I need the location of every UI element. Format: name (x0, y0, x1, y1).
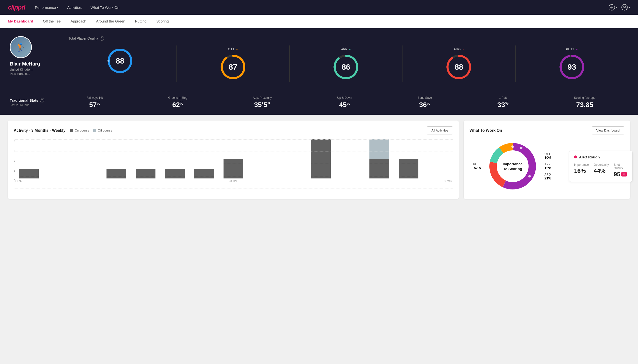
svg-point-10 (221, 66, 223, 68)
arg-arrow-icon: ↗ (462, 48, 464, 51)
chevron-down-icon: ▾ (616, 6, 617, 9)
bar-chart: 4 3 2 1 0 (14, 139, 453, 193)
bar-dark-7 (224, 159, 243, 178)
svg-point-25 (528, 175, 531, 178)
arg-card-title: ARG Rough (574, 155, 627, 159)
bar-dark-5 (165, 169, 185, 178)
work-on-title: What To Work On (470, 128, 502, 133)
arg-value: 88 (455, 62, 464, 72)
bar-group-10 (307, 139, 335, 178)
arg-metrics: Importance 16% Opportunity 44% Shot Qual… (574, 163, 627, 178)
stat-sand-save: Sand Save 36% (417, 96, 432, 109)
help-icon[interactable]: ? (100, 36, 104, 40)
sub-nav: My Dashboard Off the Tee Approach Around… (0, 15, 638, 28)
work-on-card-header: What To Work On View Dashboard (470, 126, 624, 134)
svg-point-13 (333, 66, 335, 68)
work-on-card: What To Work On View Dashboard PUTT 57% (464, 120, 630, 199)
legend-on-course: On course (70, 128, 89, 132)
ott-label: OTT ↗ (228, 48, 238, 51)
bar-group-5 (161, 139, 189, 178)
activity-card-header: Activity - 3 Months - Weekly On course O… (14, 126, 453, 134)
bar-group-3 (102, 139, 130, 178)
scores-section: Total Player Quality ? 88 (69, 36, 628, 82)
trad-stats-label: Traditional Stats ? Last 20 rounds (10, 98, 54, 107)
player-info: 🏌️ Blair McHarg United Kingdom Plus Hand… (10, 36, 59, 76)
traditional-stats: Traditional Stats ? Last 20 rounds Fairw… (0, 90, 638, 115)
app-value: 86 (341, 62, 350, 72)
nav-links: Performance ▾ Activities What To Work On (35, 6, 119, 10)
all-activities-button[interactable]: All Activities (427, 126, 453, 134)
bar-group-6 (190, 139, 218, 178)
tab-putting[interactable]: Putting (130, 15, 151, 28)
bar-group-4 (131, 139, 160, 178)
bar-group-7 (219, 139, 247, 178)
circle-putt: 93 (558, 54, 585, 80)
score-card-app: APP ↗ 86 (290, 46, 402, 82)
bar-group-13 (394, 139, 422, 178)
tab-my-dashboard[interactable]: My Dashboard (8, 15, 38, 28)
scores-title: Total Player Quality ? (69, 36, 628, 40)
on-course-dot (70, 129, 73, 132)
bar-group-1 (44, 139, 72, 178)
user-menu-button[interactable]: ▾ (621, 4, 630, 10)
tab-scoring[interactable]: Scoring (151, 15, 173, 28)
arg-label-right: ARG 21% (544, 173, 564, 180)
svg-point-24 (511, 146, 514, 148)
top-nav: clippd Performance ▾ Activities What To … (0, 0, 638, 15)
stat-up-down: Up & Down 45% (337, 96, 352, 109)
circle-arg: 88 (445, 54, 472, 80)
bar-dark-4 (136, 169, 156, 178)
activity-card: Activity - 3 Months - Weekly On course O… (8, 120, 459, 199)
donut-center-text: Importance To Scoring (503, 162, 523, 171)
x-label-28mar: 28 Mar (229, 180, 237, 182)
avatar-image: 🏌️ (11, 37, 31, 58)
svg-point-26 (520, 147, 522, 149)
gridline-2 (14, 164, 453, 164)
bar-dark-3 (106, 169, 126, 178)
stat-fairways-hit: Fairways Hit 57% (87, 96, 103, 109)
bar-group-8 (249, 139, 277, 178)
donut-chart: Importance To Scoring (486, 139, 540, 193)
player-handicap: Plus Handicap (10, 72, 30, 76)
nav-activities[interactable]: Activities (67, 6, 82, 10)
legend-off-course: Off course (93, 128, 112, 132)
chart-legend: On course Off course (70, 128, 112, 132)
trad-stats-sublabel: Last 20 rounds (10, 104, 54, 107)
nav-left: clippd Performance ▾ Activities What To … (8, 4, 119, 11)
putt-label-left: PUTT 57% (473, 162, 481, 170)
chart-bars-area: 7 Feb 28 Mar 9 May (14, 139, 453, 188)
gridline-0 (14, 188, 453, 188)
stat-scoring-average: Scoring Average 73.85 (574, 96, 595, 109)
bar-dark-13 (399, 159, 419, 178)
tab-off-the-tee[interactable]: Off the Tee (38, 15, 66, 28)
shot-quality-down-badge: ▼ (621, 172, 627, 176)
app-logo: clippd (8, 4, 25, 11)
ott-value: 87 (229, 62, 238, 72)
donut-labels-right: OTT 10% APP 12% ARG 21% (544, 152, 564, 180)
nav-performance[interactable]: Performance ▾ (35, 6, 59, 10)
bars-render (14, 139, 453, 178)
donut-labels-left: PUTT 57% (461, 162, 481, 170)
putt-label: PUTT ↗ (566, 48, 578, 51)
bar-group-14 (424, 139, 452, 178)
bar-dark-6 (194, 169, 214, 178)
tab-approach[interactable]: Approach (66, 15, 91, 28)
nav-what-to-work-on[interactable]: What To Work On (91, 6, 119, 10)
add-button[interactable]: ▾ (609, 4, 617, 10)
tab-around-the-green[interactable]: Around the Green (91, 15, 130, 28)
bar-light-12 (369, 139, 389, 159)
stat-1-putt: 1 Putt 33% (498, 96, 509, 109)
player-country: United Kingdom (10, 68, 33, 72)
bar-group-11 (336, 139, 364, 178)
trad-help-icon[interactable]: ? (40, 98, 44, 102)
view-dashboard-button[interactable]: View Dashboard (592, 126, 624, 134)
off-course-dot (93, 129, 96, 132)
score-card-arg: ARG ↗ 88 (402, 46, 515, 82)
putt-value: 93 (567, 62, 576, 72)
donut-section: PUTT 57% (470, 139, 624, 193)
bar-dark-12 (369, 159, 389, 178)
putt-arrow-icon: ↗ (575, 48, 578, 51)
arg-dot-icon (574, 156, 577, 158)
circle-app: 86 (332, 54, 359, 80)
arg-opportunity: Opportunity 44% (594, 163, 609, 178)
